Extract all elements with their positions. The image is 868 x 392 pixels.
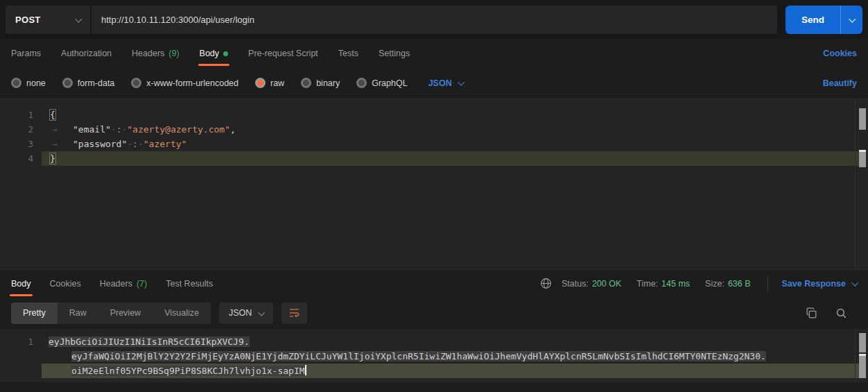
tab-headers[interactable]: Headers (9): [132, 40, 180, 67]
line-number: 1: [0, 108, 33, 122]
scrollbar-thumb[interactable]: [859, 108, 866, 130]
response-tab-cookies[interactable]: Cookies: [50, 270, 81, 298]
radio-x-www-form-urlencoded[interactable]: x-www-form-urlencoded: [131, 78, 238, 88]
radio-graphql[interactable]: GraphQL: [356, 78, 407, 88]
indent-marker-icon: →: [50, 137, 73, 151]
wrap-text-button[interactable]: [281, 302, 307, 324]
tab-pre-request-script[interactable]: Pre-request Script: [248, 40, 318, 67]
format-label: JSON: [229, 308, 252, 318]
radio-raw[interactable]: raw: [255, 78, 284, 88]
tab-label: Headers: [132, 49, 164, 58]
ws-dot: ·: [138, 139, 144, 149]
radio-label: x-www-form-urlencoded: [146, 78, 238, 88]
tab-authorization[interactable]: Authorization: [61, 40, 112, 67]
send-button[interactable]: Send: [785, 6, 840, 34]
radio-label: form-data: [78, 78, 115, 88]
scrollbar-thumb[interactable]: [859, 333, 866, 352]
time-value: 145 ms: [661, 279, 690, 289]
chevron-down-icon: [75, 16, 82, 23]
tab-params[interactable]: Params: [11, 40, 41, 67]
tab-tests[interactable]: Tests: [338, 40, 358, 67]
chevron-down-icon: [458, 79, 465, 86]
view-raw[interactable]: Raw: [58, 302, 98, 324]
response-actions: [806, 307, 857, 319]
view-preview[interactable]: Preview: [98, 302, 153, 324]
tab-label: Cookies: [50, 279, 81, 289]
radio-label: binary: [316, 78, 340, 88]
radio-icon: [131, 78, 141, 88]
save-response-label: Save Response: [782, 279, 846, 289]
tab-label: Params: [11, 49, 41, 58]
response-format-select[interactable]: JSON: [219, 302, 273, 324]
ws-dot: ·: [111, 124, 116, 135]
headers-count-badge: (7): [137, 279, 147, 289]
ws-dot: ·: [127, 139, 132, 149]
tab-label: Tests: [338, 49, 358, 58]
url-input[interactable]: [92, 6, 777, 34]
editor-line: 2 →"email"·:·"azerty@azerty.com",: [0, 122, 868, 137]
radio-icon: [62, 78, 73, 88]
response-tab-body[interactable]: Body: [11, 270, 31, 298]
response-tab-headers[interactable]: Headers (7): [100, 270, 148, 298]
tab-label: Authorization: [61, 49, 112, 58]
tab-body[interactable]: Body: [200, 40, 229, 67]
below-editor-area: [0, 382, 868, 392]
editor-line: 3 →"password"·:·"azerty": [0, 137, 868, 151]
tab-label: Test Results: [166, 279, 213, 289]
editor-scrollbar[interactable]: [855, 99, 868, 269]
response-header: Body Cookies Headers (7) Test Results St…: [0, 269, 868, 297]
line-number: [0, 349, 33, 364]
radio-label: none: [26, 78, 46, 88]
radio-label: GraphQL: [372, 78, 407, 88]
editor-line-current: 4 }: [0, 151, 868, 166]
chevron-down-icon: [851, 280, 858, 287]
size-pair: Size: 636 B: [705, 279, 750, 289]
radio-binary[interactable]: binary: [301, 78, 340, 88]
json-key: "password": [73, 139, 127, 149]
chevron-down-icon: [259, 309, 266, 316]
size-label: Size:: [705, 279, 724, 289]
green-dot-icon: [223, 51, 228, 56]
size-value: 636 B: [728, 279, 751, 289]
beautify-link[interactable]: Beautify: [823, 78, 857, 88]
globe-icon[interactable]: [540, 278, 552, 289]
open-brace: {: [50, 110, 55, 120]
jwt-segment: eyJhbGciOiJIUzI1NiIsInR5cCI6IkpXVCJ9.: [49, 336, 250, 347]
cookies-link[interactable]: Cookies: [823, 49, 857, 58]
radio-icon: [11, 78, 21, 88]
tab-label: Settings: [379, 49, 410, 58]
scrollbar-thumb[interactable]: [859, 152, 866, 167]
format-label: JSON: [428, 78, 452, 88]
tab-settings[interactable]: Settings: [379, 40, 410, 67]
method-select[interactable]: POST: [6, 6, 90, 34]
colon: :: [132, 139, 138, 149]
radio-form-data[interactable]: form-data: [62, 78, 115, 88]
send-options-button[interactable]: [840, 6, 862, 34]
radio-icon: [301, 78, 311, 88]
send-split-button: Send: [785, 6, 862, 34]
status-label: Status:: [562, 279, 589, 289]
json-key: "email": [73, 124, 111, 135]
radio-icon: [356, 78, 367, 88]
response-tab-test-results[interactable]: Test Results: [166, 270, 213, 298]
copy-icon[interactable]: [806, 307, 817, 319]
jwt-segment: eyJfaWQiOiI2MjBlY2Y2Y2FiMjEyYzA0NjE1Yjdm…: [71, 351, 766, 361]
request-bar: POST Send: [0, 0, 868, 40]
view-visualize[interactable]: Visualize: [153, 302, 211, 324]
json-value: "azerty": [144, 139, 187, 149]
scrollbar-thumb[interactable]: [859, 356, 866, 378]
save-response-button[interactable]: Save Response: [782, 279, 857, 289]
view-pretty[interactable]: Pretty: [11, 302, 58, 324]
response-scrollbar[interactable]: [855, 329, 868, 382]
radio-none[interactable]: none: [11, 78, 46, 88]
headers-count-badge: (9): [168, 49, 179, 58]
raw-format-select[interactable]: JSON: [428, 78, 463, 88]
response-toolbar: Pretty Raw Preview Visualize JSON: [0, 297, 868, 329]
tab-label: Body: [11, 279, 31, 289]
radio-selected-icon: [255, 78, 266, 88]
search-icon[interactable]: [835, 307, 847, 319]
request-body-editor[interactable]: 1 { 2 →"email"·:·"azerty@azerty.com", 3 …: [0, 99, 868, 269]
editor-line: 1 {: [0, 108, 868, 122]
body-type-options: none form-data x-www-form-urlencoded raw…: [0, 67, 868, 99]
response-body-editor[interactable]: 1 eyJhbGciOiJIUzI1NiIsInR5cCI6IkpXVCJ9. …: [0, 329, 868, 392]
